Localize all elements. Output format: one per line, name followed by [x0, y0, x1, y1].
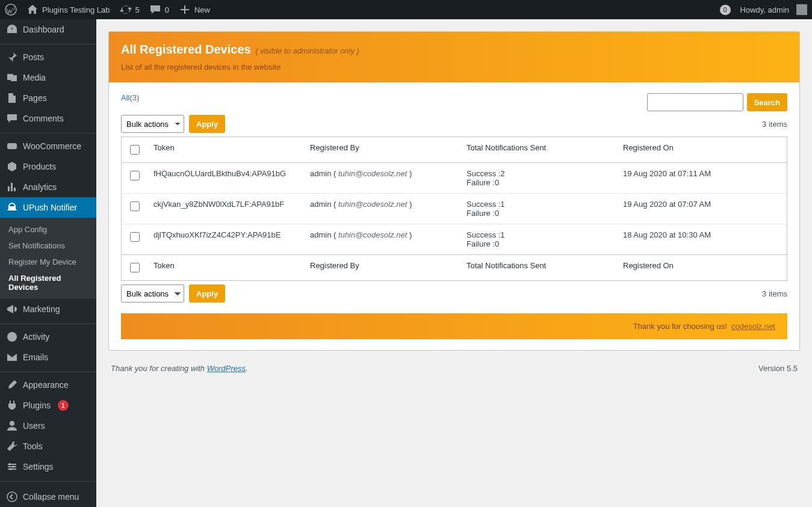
- cell-total-sent: Success :2Failure :0: [460, 163, 617, 194]
- submenu-all-devices[interactable]: All Registered Devices: [0, 270, 96, 295]
- menu-posts[interactable]: Posts: [0, 47, 96, 67]
- footer-version: Version 5.5: [758, 364, 798, 373]
- thanks-banner: Thank you for choosing us! codesolz.net: [121, 313, 787, 339]
- menu-media[interactable]: Media: [0, 67, 96, 88]
- comment-icon: [6, 112, 18, 124]
- search-box: Search: [647, 93, 787, 111]
- apply-button-bottom[interactable]: Apply: [189, 284, 225, 303]
- col-total-sent[interactable]: Total Notifications Sent: [460, 255, 617, 281]
- menu-label: Marketing: [23, 304, 60, 314]
- menu-label: Settings: [23, 462, 54, 472]
- menu-settings[interactable]: Settings: [0, 456, 96, 477]
- main-panel: All Registered Devices ( visible to admi…: [108, 31, 800, 351]
- menu-activity[interactable]: Activity: [0, 327, 96, 347]
- site-name-link[interactable]: Plugins Testing Lab: [22, 0, 115, 19]
- list-filter: All(3): [121, 93, 139, 102]
- col-token[interactable]: Token: [147, 137, 304, 163]
- avatar-icon: [796, 4, 807, 15]
- notifications-link[interactable]: 0: [715, 0, 736, 19]
- row-checkbox[interactable]: [130, 201, 140, 211]
- menu-woocommerce[interactable]: WooCommerce: [0, 136, 96, 156]
- devices-table: Token Registered By Total Notifications …: [121, 137, 787, 281]
- menu-label: Activity: [23, 332, 49, 342]
- admin-bar: Plugins Testing Lab 5 0 New 0 Howdy, adm…: [0, 0, 812, 19]
- menu-tools[interactable]: Tools: [0, 436, 96, 456]
- collapse-menu[interactable]: Collapse menu: [0, 487, 96, 507]
- wp-logo[interactable]: [0, 0, 22, 19]
- menu-emails[interactable]: Emails: [0, 347, 96, 367]
- menu-users[interactable]: Users: [0, 416, 96, 436]
- new-content-link[interactable]: New: [174, 0, 215, 19]
- menu-marketing[interactable]: Marketing: [0, 299, 96, 319]
- cell-registered-on: 18 Aug 2020 at 10:30 AM: [617, 224, 787, 255]
- pin-icon: [6, 51, 18, 63]
- bulk-actions-select-top[interactable]: Bulk actions: [121, 115, 184, 133]
- col-registered-by[interactable]: Registered By: [304, 137, 460, 163]
- dashboard-icon: [6, 23, 18, 35]
- plugins-count-badge: 1: [58, 400, 69, 411]
- page-title-note: ( visible to administrator only ): [255, 46, 359, 55]
- updates-count: 5: [135, 5, 140, 14]
- col-registered-by[interactable]: Registered By: [304, 255, 460, 281]
- comments-count: 0: [165, 5, 169, 14]
- menu-label: Dashboard: [23, 25, 64, 34]
- menu-label: Analytics: [23, 182, 57, 192]
- page-description: List of all the registered devices in th…: [121, 63, 787, 72]
- menu-plugins[interactable]: Plugins 1: [0, 395, 96, 416]
- updates-link[interactable]: 5: [115, 0, 144, 19]
- menu-label: Products: [23, 162, 56, 171]
- menu-label: Users: [23, 421, 45, 431]
- products-icon: [6, 161, 18, 173]
- collapse-icon: [6, 491, 18, 503]
- user-icon: [6, 420, 18, 432]
- menu-separator: [0, 321, 96, 324]
- menu-dashboard[interactable]: Dashboard: [0, 19, 96, 40]
- email-icon: [6, 351, 18, 363]
- cell-registered-by: admin ( tuhin@codesolz.net ): [304, 194, 460, 224]
- media-icon: [6, 72, 18, 84]
- menu-label: Posts: [23, 52, 44, 62]
- select-all-top[interactable]: [130, 145, 140, 155]
- items-count-top: 3 items: [762, 120, 787, 129]
- menu-pages[interactable]: Pages: [0, 88, 96, 108]
- row-checkbox[interactable]: [130, 232, 140, 242]
- col-token[interactable]: Token: [147, 255, 304, 281]
- table-row: djlTQxhuoXKf7izZ4C42PY:APA91bEadmin ( tu…: [122, 224, 787, 255]
- menu-analytics[interactable]: Analytics: [0, 177, 96, 197]
- row-checkbox[interactable]: [130, 171, 140, 180]
- menu-comments[interactable]: Comments: [0, 108, 96, 129]
- menu-label: WooCommerce: [23, 141, 81, 151]
- footer-wp-link[interactable]: WordPress: [207, 364, 246, 373]
- tablenav-bottom: Bulk actions Apply 3 items: [121, 284, 787, 303]
- submenu-set-notifications[interactable]: Set Notifications: [0, 238, 96, 254]
- cell-token: djlTQxhuoXKf7izZ4C42PY:APA91bE: [147, 224, 304, 255]
- search-input[interactable]: [647, 93, 743, 111]
- cell-registered-on: 19 Aug 2020 at 07:11 AM: [617, 163, 787, 194]
- submenu-register-device[interactable]: Register My Device: [0, 254, 96, 270]
- col-registered-on[interactable]: Registered On: [617, 255, 787, 281]
- apply-button-top[interactable]: Apply: [189, 115, 225, 133]
- plugin-icon: [6, 399, 18, 411]
- wordpress-icon: [5, 4, 17, 16]
- menu-separator: [0, 369, 96, 372]
- analytics-icon: [6, 181, 18, 193]
- thanks-text: Thank you for choosing us!: [633, 322, 727, 331]
- menu-label: Media: [23, 73, 46, 82]
- menu-appearance[interactable]: Appearance: [0, 375, 96, 395]
- update-icon: [120, 4, 132, 16]
- col-registered-on[interactable]: Registered On: [617, 137, 787, 163]
- menu-separator: [0, 479, 96, 482]
- cell-registered-by: admin ( tuhin@codesolz.net ): [304, 163, 460, 194]
- search-button[interactable]: Search: [747, 93, 787, 111]
- submenu-app-config[interactable]: App Config: [0, 221, 96, 238]
- col-total-sent[interactable]: Total Notifications Sent: [460, 137, 617, 163]
- filter-all-link[interactable]: All: [121, 93, 129, 102]
- menu-upush[interactable]: UPush Notifier: [0, 197, 96, 218]
- menu-products[interactable]: Products: [0, 156, 96, 177]
- bulk-actions-select-bottom[interactable]: Bulk actions: [121, 284, 184, 303]
- comments-link[interactable]: 0: [144, 0, 174, 19]
- select-all-bottom[interactable]: [130, 263, 140, 272]
- account-link[interactable]: Howdy, admin: [736, 0, 812, 19]
- thanks-link[interactable]: codesolz.net: [731, 322, 775, 331]
- tools-icon: [6, 440, 18, 452]
